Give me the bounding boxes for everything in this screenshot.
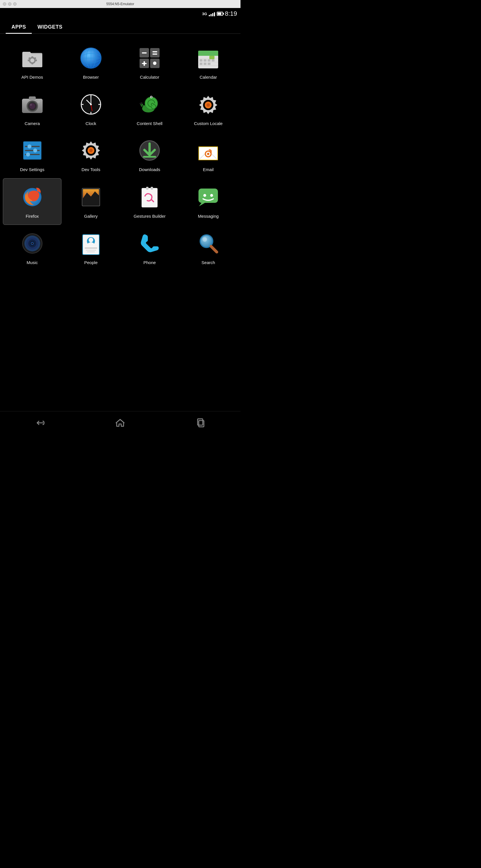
gallery-label: Gallery: [84, 213, 98, 219]
calculator-label: Calculator: [140, 74, 159, 80]
svg-point-60: [90, 103, 92, 105]
app-item-music[interactable]: Music: [3, 225, 62, 271]
svg-line-126: [211, 246, 217, 252]
battery-icon: [217, 12, 223, 16]
downloads-icon: [137, 137, 162, 163]
app-item-browser[interactable]: Browser: [62, 39, 120, 86]
svg-rect-101: [142, 189, 157, 207]
close-btn[interactable]: [3, 2, 6, 6]
browser-icon: [78, 45, 104, 71]
app-item-gallery[interactable]: Gallery: [62, 178, 120, 225]
svg-point-83: [89, 149, 93, 152]
title-bar: 5554:N5-Emulator: [0, 0, 241, 8]
custom-locale-icon: [195, 92, 221, 117]
dev-tools-label: Dev Tools: [82, 167, 100, 173]
custom-locale-label: Custom Locale: [194, 121, 223, 126]
app-item-calculator[interactable]: Calculator: [120, 39, 179, 86]
svg-rect-18: [150, 48, 160, 58]
messaging-label: Messaging: [198, 213, 219, 219]
signal-bar-1: [209, 15, 210, 16]
svg-rect-122: [86, 250, 96, 251]
tab-apps[interactable]: APPS: [6, 20, 32, 33]
app-item-dev-tools[interactable]: Dev Tools: [62, 132, 120, 178]
home-button[interactable]: [111, 414, 129, 431]
calendar-label: Calendar: [200, 74, 217, 80]
window-controls: [3, 2, 17, 6]
app-item-gestures-builder[interactable]: Gestures Builder: [120, 178, 179, 225]
svg-rect-123: [87, 251, 95, 252]
dev-settings-icon: [20, 137, 45, 163]
phone-label: Phone: [143, 260, 156, 266]
email-label: Email: [203, 167, 214, 173]
svg-rect-25: [143, 61, 145, 66]
signal-bar-2: [211, 14, 212, 16]
svg-point-48: [29, 103, 35, 109]
svg-point-106: [203, 194, 206, 197]
recents-button[interactable]: [192, 414, 209, 431]
app-item-calendar[interactable]: Calendar: [179, 39, 238, 86]
firefox-icon: [20, 184, 45, 210]
svg-rect-36: [207, 59, 211, 62]
svg-rect-4: [31, 56, 33, 58]
app-item-custom-locale[interactable]: Custom Locale: [179, 86, 238, 132]
svg-rect-21: [142, 52, 147, 54]
app-item-content-shell[interactable]: Content Shell: [120, 86, 179, 132]
app-item-clock[interactable]: Clock: [62, 86, 120, 132]
app-item-email[interactable]: Email: [179, 132, 238, 178]
maximize-btn[interactable]: [13, 2, 17, 6]
status-time: 8:19: [225, 10, 237, 18]
window-title: 5554:N5-Emulator: [106, 2, 134, 6]
svg-rect-6: [28, 60, 29, 61]
music-label: Music: [27, 260, 38, 266]
signal-bars: [209, 11, 215, 16]
svg-rect-121: [85, 247, 97, 249]
app-item-firefox[interactable]: Firefox: [3, 178, 62, 225]
content-shell-icon: [137, 92, 162, 117]
svg-rect-38: [200, 63, 202, 65]
svg-point-76: [28, 145, 31, 149]
app-item-messaging[interactable]: Messaging: [179, 178, 238, 225]
app-item-search[interactable]: Search: [179, 225, 238, 271]
status-bar: 3G 8:19: [0, 8, 241, 20]
tab-widgets[interactable]: WIDGETS: [32, 20, 68, 33]
api-demos-icon: [20, 45, 45, 71]
clock-label: Clock: [86, 121, 96, 126]
back-button[interactable]: [31, 414, 49, 431]
svg-rect-103: [151, 187, 153, 190]
tab-bar: APPS WIDGETS: [0, 20, 241, 34]
gestures-builder-icon: [137, 184, 162, 210]
app-item-people[interactable]: People: [62, 225, 120, 271]
svg-point-72: [206, 103, 210, 107]
browser-label: Browser: [83, 74, 99, 80]
app-item-api-demos[interactable]: API Demos: [3, 39, 62, 86]
downloads-label: Downloads: [139, 167, 160, 173]
signal-bar-4: [214, 12, 215, 16]
phone-icon: [137, 230, 162, 256]
minimize-btn[interactable]: [8, 2, 11, 6]
svg-rect-39: [203, 63, 206, 65]
camera-label: Camera: [25, 121, 40, 126]
calculator-icon: [137, 45, 162, 71]
messaging-icon: [195, 184, 221, 210]
camera-icon: [20, 92, 45, 117]
calendar-icon: [195, 45, 221, 71]
app-item-downloads[interactable]: Downloads: [120, 132, 179, 178]
svg-rect-43: [29, 96, 36, 100]
dev-settings-label: Dev Settings: [20, 167, 44, 173]
svg-rect-22: [153, 51, 157, 52]
svg-point-107: [210, 194, 213, 197]
app-item-dev-settings[interactable]: Dev Settings: [3, 132, 62, 178]
people-icon: [78, 230, 104, 256]
svg-point-49: [37, 100, 40, 103]
svg-point-120: [88, 242, 94, 247]
svg-point-119: [89, 238, 93, 242]
svg-marker-105: [199, 202, 206, 206]
app-item-phone[interactable]: Phone: [120, 225, 179, 271]
svg-rect-40: [207, 63, 211, 65]
gallery-icon: [78, 184, 104, 210]
svg-point-127: [202, 237, 207, 242]
people-label: People: [84, 260, 98, 266]
nav-bar: [0, 411, 241, 434]
svg-point-80: [26, 153, 30, 156]
app-item-camera[interactable]: Camera: [3, 86, 62, 132]
